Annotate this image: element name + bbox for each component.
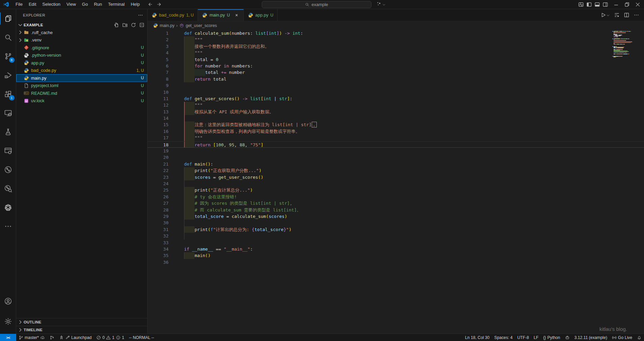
status-encoding[interactable]: UTF-8	[515, 334, 532, 341]
file-row--ruff-cache[interactable]: .ruff_cache	[16, 29, 147, 36]
tab-dirty-badge: U	[271, 13, 274, 18]
split-editor-icon[interactable]	[624, 12, 629, 18]
line-number: 8	[148, 76, 169, 82]
file-row--python-version[interactable]: .python-versionU	[16, 52, 147, 59]
tab-label: bad_code.py	[159, 12, 184, 18]
search-icon	[305, 2, 309, 7]
menu-file[interactable]: File	[12, 1, 26, 8]
collapse-all-icon[interactable]	[139, 22, 145, 28]
line-number: 34	[148, 246, 169, 252]
panel-bottom-icon[interactable]	[594, 2, 600, 7]
code-line-27: 27# 因为 scores 的类型是 list[int | str],	[148, 200, 644, 206]
close-icon[interactable]	[635, 2, 641, 7]
editor-group: bad_code.py1, Umain.pyU×app.pyU main.py …	[148, 9, 644, 334]
line-number: 30	[148, 220, 169, 226]
status-remote-indicator[interactable]: ><	[0, 334, 16, 341]
layout-grid-icon[interactable]	[578, 2, 584, 7]
panel-timeline[interactable]: TIMELINE	[16, 326, 147, 334]
minimap[interactable]	[612, 31, 639, 58]
tab-main-py[interactable]: main.pyU×	[198, 9, 243, 21]
status-python-interpreter[interactable]: 3.12.11 (example)	[572, 334, 610, 341]
code-line-12: 12"""	[148, 102, 644, 108]
back-arrow-icon[interactable]	[148, 2, 153, 7]
activity-accounts[interactable]	[0, 293, 16, 309]
more-actions-icon[interactable]	[634, 12, 639, 18]
file-row-readme-md[interactable]: README.mdU	[16, 89, 147, 97]
menu-run[interactable]: Run	[91, 1, 105, 8]
close-icon[interactable]: ×	[234, 12, 239, 18]
code-line-5: 5total = 0	[148, 56, 644, 63]
file-row-bad-code-py[interactable]: bad_code.py1, U	[16, 67, 147, 75]
line-number: 7	[148, 69, 169, 76]
restore-icon[interactable]	[624, 2, 630, 7]
status-language-mode[interactable]: {}Python	[541, 334, 563, 341]
panel-right-icon[interactable]	[602, 2, 608, 7]
activity-kubernetes[interactable]	[0, 199, 16, 216]
status-git-branch[interactable]: master*	[16, 334, 47, 341]
tab-app-py[interactable]: app.pyU	[244, 9, 278, 21]
status-eol[interactable]: LF	[531, 334, 541, 341]
status-notifications[interactable]	[635, 334, 644, 341]
run-python-file-button[interactable]	[600, 12, 610, 18]
status-copilot-status[interactable]	[563, 334, 572, 341]
code-text: 模拟从某个 API 或用户输入获取数据。	[184, 109, 274, 114]
menu-go[interactable]: Go	[79, 1, 91, 8]
line-number: 16	[148, 128, 169, 135]
new-folder-icon[interactable]	[122, 22, 128, 28]
panel-left-icon[interactable]	[586, 2, 592, 7]
line-number: 27	[148, 200, 169, 206]
file-row-uv-lock[interactable]: uv.lockU	[16, 97, 147, 105]
activity-settings[interactable]	[0, 313, 16, 330]
tab-bad-code-py[interactable]: bad_code.py1, U	[148, 9, 198, 21]
menu-terminal[interactable]: Terminal	[105, 1, 128, 8]
views-more-actions-icon[interactable]	[138, 12, 143, 18]
status-launchpad[interactable]: Launchpad	[57, 334, 94, 341]
activity-source-control[interactable]: 8	[0, 48, 16, 64]
breadcrumb-symbol[interactable]: get_user_scores	[186, 23, 217, 28]
breadcrumb-file[interactable]: main.py	[160, 23, 175, 28]
activity-remote-explorer[interactable]	[0, 105, 16, 121]
file-row-main-py[interactable]: main.pyU	[16, 74, 147, 82]
status-cursor-position[interactable]: Ln 18, Col 30	[463, 334, 492, 341]
refresh-icon[interactable]	[131, 22, 136, 28]
panel-label: OUTLINE	[24, 320, 42, 324]
status-indentation[interactable]: Spaces: 4	[492, 334, 515, 341]
copilot-button[interactable]	[377, 1, 386, 6]
activity-more-views[interactable]	[0, 218, 16, 234]
activity-git-graph-search[interactable]	[0, 180, 16, 197]
explorer-section-header[interactable]: EXAMPLE	[16, 21, 147, 29]
run-interactive-icon[interactable]	[614, 12, 620, 18]
file-row-app-py[interactable]: app.pyU	[16, 59, 147, 67]
menu-view[interactable]: View	[63, 1, 79, 8]
activity-git-graph[interactable]	[0, 162, 16, 178]
file-row--gitignore[interactable]: .gitignoreU	[16, 44, 147, 52]
status-vim-mode[interactable]: -- NORMAL --	[127, 334, 157, 341]
code-text: print("正在获取用户分数...")	[184, 168, 261, 173]
status-go-live[interactable]: Go Live	[610, 334, 635, 341]
activity-explorer[interactable]	[0, 10, 16, 27]
file-row-pyproject-toml[interactable]: pyproject.tomlU	[16, 82, 147, 90]
activity-search[interactable]	[0, 29, 16, 46]
command-center-search[interactable]: example	[262, 1, 371, 8]
code-editor[interactable]: 1def calculate_sum(numbers: list[int]) -…	[148, 30, 644, 334]
panel-outline[interactable]: OUTLINE	[16, 318, 147, 326]
file-row--venv[interactable]: .venv	[16, 36, 147, 44]
activity-database[interactable]	[0, 143, 16, 159]
status-git-graph-status[interactable]	[47, 334, 57, 341]
forward-arrow-icon[interactable]	[156, 2, 162, 7]
code-line-28: 28# 而 calculate_sum 需要的类型是 list[int]。	[148, 207, 644, 213]
git-status-badge: U	[141, 98, 144, 103]
menu-selection[interactable]: Selection	[39, 1, 63, 8]
new-file-icon[interactable]	[114, 22, 119, 28]
branch2-icon	[50, 335, 54, 340]
workbench: 81 EXPLORER EXAMPLE .ruff_cache.venv.git…	[0, 9, 644, 334]
menu-help[interactable]: Help	[128, 1, 143, 8]
activity-run-debug[interactable]	[0, 67, 16, 83]
line-number: 24	[148, 180, 169, 187]
code-text: def get_user_scores() -> list[int | str]…	[184, 96, 292, 101]
status-problems[interactable]: 011	[94, 334, 126, 341]
activity-testing[interactable]	[0, 124, 16, 140]
activity-extensions[interactable]: 1	[0, 86, 16, 102]
minimize-icon[interactable]	[613, 2, 619, 7]
menu-edit[interactable]: Edit	[26, 1, 39, 8]
